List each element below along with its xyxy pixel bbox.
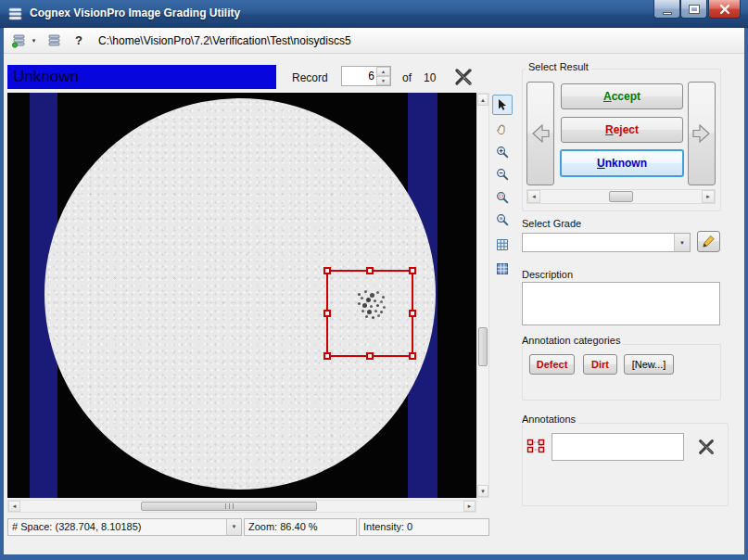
roi-handle-top-mid[interactable] <box>366 267 374 274</box>
select-result-title: Select Result <box>526 61 591 72</box>
close-window-button[interactable] <box>708 0 741 19</box>
zoom-out-icon <box>496 168 509 181</box>
accept-button[interactable]: Accept <box>561 83 683 109</box>
zoom-out-tool-button[interactable] <box>492 164 513 185</box>
delete-record-button[interactable] <box>450 64 476 90</box>
annotation-roi-rectangle[interactable] <box>326 270 413 357</box>
image-viewport[interactable] <box>7 93 476 498</box>
record-position-slider[interactable]: ◄ ► <box>526 189 716 204</box>
reject-label-rest: eject <box>614 123 639 136</box>
close-icon <box>719 4 730 15</box>
intensity-status: Intensity: 0 <box>359 518 489 536</box>
space-dropdown-button[interactable]: ▼ <box>226 519 241 535</box>
category-dirt-button[interactable]: Dirt <box>583 354 617 375</box>
maximize-button[interactable] <box>680 0 707 19</box>
app-window: Cognex VisionPro Image Grading Utility ▼ <box>0 0 748 560</box>
grid-outline-icon <box>496 238 509 251</box>
description-textarea[interactable] <box>522 282 720 325</box>
delete-annotation-button[interactable] <box>693 434 718 459</box>
pan-hand-icon <box>496 123 509 136</box>
spin-up-button[interactable]: ▲ <box>376 67 390 76</box>
accept-label-initial: A <box>603 90 612 103</box>
unknown-button[interactable]: Unknown <box>560 149 684 177</box>
record-stack-icon <box>11 33 27 48</box>
title-bar[interactable]: Cognex VisionPro Image Grading Utility <box>0 0 748 28</box>
annotation-shape-icon <box>526 437 545 455</box>
window-title: Cognex VisionPro Image Grading Utility <box>30 6 240 19</box>
save-database-button[interactable] <box>44 31 64 51</box>
space-value: # Space: (328.704, 8.10185) <box>12 521 141 532</box>
roi-handle-top-left[interactable] <box>323 267 331 274</box>
select-grade-title: Select Grade <box>519 218 584 229</box>
description-title: Description <box>519 269 576 280</box>
annotation-text-input[interactable] <box>551 433 684 461</box>
record-set-path: C:\home\VisionPro\7.2\Verification\Test\… <box>98 34 351 47</box>
zoom-in-tool-button[interactable] <box>492 142 513 162</box>
spin-down-button[interactable]: ▼ <box>376 76 390 85</box>
image-vertical-scrollbar[interactable]: ▲ ▼ <box>476 93 489 498</box>
image-horizontal-scrollbar[interactable]: ◄ ► <box>7 500 476 513</box>
reject-label-initial: R <box>605 123 614 136</box>
grid-tool-button[interactable] <box>492 235 513 255</box>
window-frame-right <box>744 28 748 560</box>
open-database-button[interactable] <box>8 31 29 51</box>
zoom-region-tool-button[interactable] <box>492 187 513 208</box>
previous-record-button[interactable] <box>526 82 554 185</box>
reject-button[interactable]: Reject <box>561 117 683 143</box>
slider-thumb[interactable] <box>609 191 633 202</box>
intensity-value: Intensity: 0 <box>363 521 412 532</box>
record-number-input[interactable] <box>343 68 376 84</box>
minimize-button[interactable] <box>653 0 680 19</box>
maximize-icon <box>690 6 699 13</box>
next-arrow-icon <box>691 121 713 146</box>
slider-left-button[interactable]: ◄ <box>527 190 540 203</box>
space-selector[interactable]: # Space: (328.704, 8.10185) ▼ <box>7 518 242 536</box>
previous-arrow-icon <box>529 121 551 146</box>
scroll-down-button[interactable]: ▼ <box>477 485 488 497</box>
result-banner: Unknown <box>7 65 276 89</box>
of-label: of <box>402 71 412 84</box>
grid-filled-tool-button[interactable] <box>492 259 513 279</box>
unknown-label-rest: nknown <box>605 157 647 170</box>
window-frame-left <box>0 28 4 560</box>
record-label: Record <box>292 71 328 84</box>
pointer-tool-button[interactable] <box>492 95 513 115</box>
grade-dropdown-button[interactable]: ▼ <box>674 234 690 251</box>
slider-right-button[interactable]: ► <box>702 190 715 203</box>
scroll-left-button[interactable]: ◄ <box>8 501 20 512</box>
help-button[interactable]: ? <box>69 31 89 51</box>
roi-handle-mid-right[interactable] <box>409 310 416 317</box>
roi-handle-bottom-left[interactable] <box>323 352 331 360</box>
unknown-label-initial: U <box>597 157 605 170</box>
record-total: 10 <box>424 71 436 84</box>
zoom-status: Zoom: 86.40 % <box>244 518 357 536</box>
scroll-right-button[interactable]: ► <box>463 501 475 512</box>
zoom-region-icon <box>496 191 509 204</box>
delete-annotation-x-icon <box>697 438 716 456</box>
spinner-buttons: ▲ ▼ <box>376 67 390 85</box>
category-new-button[interactable]: [New...] <box>624 354 674 375</box>
roi-handle-top-right[interactable] <box>409 267 416 274</box>
roi-handle-mid-left[interactable] <box>323 310 331 317</box>
category-defect-button[interactable]: Defect <box>529 354 575 375</box>
zoom-fit-tool-button[interactable] <box>492 210 513 230</box>
grid-filled-icon <box>496 262 509 275</box>
scroll-up-button[interactable]: ▲ <box>477 94 488 106</box>
record-stack-save-icon <box>46 33 62 48</box>
horizontal-scroll-thumb[interactable] <box>141 502 317 511</box>
grade-combobox[interactable]: ▼ <box>522 233 691 252</box>
scroll-grip-icon <box>225 503 234 509</box>
roi-handle-bottom-right[interactable] <box>409 352 416 360</box>
next-record-button[interactable] <box>688 82 716 185</box>
help-icon: ? <box>70 33 88 47</box>
main-toolbar: ▼ ? C:\home\VisionPro\7.2\Verification\T… <box>4 28 744 54</box>
open-database-dropdown[interactable]: ▼ <box>29 31 39 51</box>
zoom-fit-icon <box>496 213 509 226</box>
delete-record-x-icon <box>453 67 474 87</box>
zoom-value: Zoom: 86.40 % <box>248 521 318 532</box>
vertical-scroll-thumb[interactable] <box>478 327 488 366</box>
roi-handle-bottom-mid[interactable] <box>366 352 374 360</box>
record-number-spinner: ▲ ▼ <box>341 66 391 86</box>
edit-grades-button[interactable] <box>697 231 720 252</box>
pan-tool-button[interactable] <box>492 120 513 140</box>
